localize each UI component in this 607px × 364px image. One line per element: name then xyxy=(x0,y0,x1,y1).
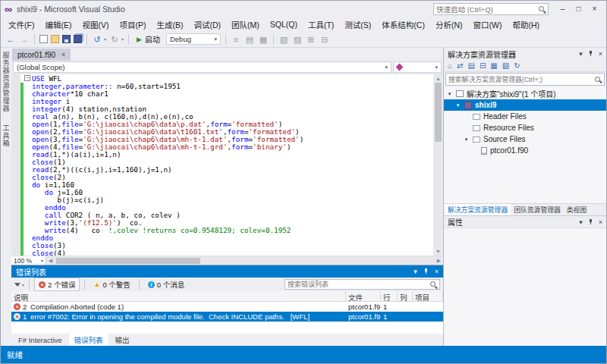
pin-icon[interactable] xyxy=(588,219,593,225)
collapse-all-icon[interactable]: ⊟ xyxy=(480,61,486,71)
panel-tab[interactable]: 输出 xyxy=(110,334,135,346)
code-line[interactable]: read(1,*)(a(i),i=1,n) xyxy=(11,151,433,158)
menu-item[interactable]: 工具(T) xyxy=(303,17,339,32)
zoom-control[interactable]: 100 % ▾ xyxy=(11,256,46,265)
filter-icon[interactable] xyxy=(14,283,20,287)
switch-views-icon[interactable]: ⇄ xyxy=(457,61,463,71)
breakpoint-margin[interactable] xyxy=(11,166,20,174)
breakpoint-margin[interactable] xyxy=(11,105,20,113)
breakpoint-margin[interactable] xyxy=(11,75,20,83)
breakpoint-margin[interactable] xyxy=(11,242,20,249)
close-icon[interactable]: × xyxy=(599,218,602,226)
breakpoint-margin[interactable] xyxy=(11,189,20,196)
side-tab[interactable]: 服务器资源管理器 xyxy=(2,52,11,112)
column-header[interactable]: 行 xyxy=(381,291,398,301)
maximize-button[interactable]: □ xyxy=(571,3,587,15)
breakpoint-margin[interactable] xyxy=(11,219,20,227)
filter-dropdown-icon[interactable]: ▾ xyxy=(22,282,24,287)
show-all-files-icon[interactable]: ▦ xyxy=(490,61,497,71)
warnings-filter-button[interactable]: ▲ 0 个警告 xyxy=(90,278,134,290)
breakpoint-margin[interactable] xyxy=(11,90,20,98)
outdent-icon[interactable]: ⊟ xyxy=(319,34,330,45)
breakpoint-commands-icon[interactable]: ▤ xyxy=(244,34,255,45)
scroll-right-icon[interactable]: ▶ xyxy=(435,258,443,264)
new-file-icon[interactable] xyxy=(39,35,48,43)
breakpoint-margin[interactable] xyxy=(11,143,20,151)
error-list-search-input[interactable] xyxy=(288,281,427,288)
tree-expander-icon[interactable]: ▾ xyxy=(463,136,470,143)
solution-explorer-titlebar[interactable]: 解决方案资源管理器 ▾ × xyxy=(444,48,606,60)
breakpoint-margin[interactable] xyxy=(11,158,20,166)
error-list-search-box[interactable] xyxy=(285,279,440,290)
errors-filter-button[interactable]: × 2 个错误 xyxy=(34,278,80,291)
tree-item[interactable]: Header Files xyxy=(444,111,606,122)
navigate-back-icon[interactable]: ← xyxy=(5,34,16,45)
breakpoint-margin[interactable] xyxy=(11,151,20,158)
undo-dropdown-icon[interactable]: ▾ xyxy=(104,36,106,42)
redo-icon[interactable]: ↻ xyxy=(109,34,120,45)
breakpoint-margin[interactable] xyxy=(11,196,20,204)
menu-item[interactable]: 编辑(E) xyxy=(39,17,77,32)
menu-item[interactable]: 测试(S) xyxy=(339,17,376,32)
menu-item[interactable]: 文件(F) xyxy=(3,17,39,32)
tree-expander-icon[interactable]: ▾ xyxy=(454,102,461,108)
scroll-left-icon[interactable]: ◀ xyxy=(46,258,55,264)
minimize-button[interactable]: – xyxy=(555,3,571,15)
column-header[interactable]: 列 xyxy=(398,291,413,301)
side-tab[interactable]: 工具箱 xyxy=(2,124,11,147)
breakpoint-margin[interactable] xyxy=(11,181,20,189)
start-debug-button[interactable]: ▶ 启动 xyxy=(134,33,163,46)
column-header[interactable]: 项目 xyxy=(413,291,443,301)
breakpoint-margin[interactable] xyxy=(11,113,20,121)
panel-tab[interactable]: F# Interactive xyxy=(13,335,68,345)
pin-icon[interactable] xyxy=(588,51,593,57)
tree-expander-icon[interactable]: ▾ xyxy=(446,91,453,97)
document-tab-ptcor01[interactable]: ptcor01.f90 × xyxy=(12,49,71,61)
close-icon[interactable]: × xyxy=(435,268,439,275)
error-row[interactable]: ×1error #7002: Error in opening the comp… xyxy=(11,312,443,322)
code-line[interactable]: character*10 char1 xyxy=(11,90,433,98)
menu-item[interactable]: SQL(Q) xyxy=(265,18,303,30)
messages-filter-button[interactable]: i 0 个消息 xyxy=(144,278,188,290)
breakpoint-margin[interactable] xyxy=(11,204,20,212)
menu-item[interactable]: 分析(N) xyxy=(430,17,468,32)
save-all-icon[interactable] xyxy=(74,35,82,43)
open-file-icon[interactable] xyxy=(51,35,59,43)
breakpoint-margin[interactable] xyxy=(11,174,20,181)
collapse-region-icon[interactable]: − xyxy=(24,75,30,81)
menu-item[interactable]: 调试(D) xyxy=(188,17,226,32)
find-in-files-icon[interactable]: ▦ xyxy=(258,34,269,45)
properties-titlebar[interactable]: 属性 ▾ × xyxy=(444,215,606,228)
menu-item[interactable]: 项目(P) xyxy=(114,17,151,32)
redo-dropdown-icon[interactable]: ▾ xyxy=(121,36,124,42)
vertical-scrollbar[interactable]: ▲ ▼ xyxy=(433,74,443,256)
column-header[interactable]: 文件 xyxy=(346,291,381,301)
indent-icon[interactable]: ⊞ xyxy=(306,34,316,45)
close-icon[interactable]: × xyxy=(599,50,602,58)
code-lines[interactable]: −USE WFLinteger,parameter:: n=60,start=1… xyxy=(11,74,433,256)
breakpoint-margin[interactable] xyxy=(11,227,20,234)
breakpoint-margin[interactable] xyxy=(11,128,20,136)
column-header[interactable]: 说明 xyxy=(11,291,346,301)
panel-tab[interactable]: 类视图 xyxy=(564,204,590,215)
properties-icon[interactable]: ▧ xyxy=(502,61,509,71)
breakpoint-margin[interactable] xyxy=(11,136,20,143)
code-line[interactable]: read(2,*)((c(i,j),i=1,160),j=1,n) xyxy=(11,166,433,174)
menu-item[interactable]: 生成(B) xyxy=(151,17,188,32)
horizontal-scrollbar-thumb[interactable] xyxy=(56,258,200,264)
breakpoint-margin[interactable] xyxy=(11,121,20,128)
comment-icon[interactable]: ▧ xyxy=(278,34,289,45)
tree-item[interactable]: ptcor01.f90 xyxy=(444,145,606,156)
breakpoint-margin[interactable] xyxy=(11,83,20,90)
solution-explorer-search-input[interactable] xyxy=(448,76,593,83)
menu-item[interactable]: 体系结构(C) xyxy=(376,17,430,32)
code-line[interactable]: close(3) xyxy=(11,242,433,249)
tree-item[interactable]: ▾解决方案"shixi9"(1 个项目) xyxy=(444,88,606,99)
window-position-icon[interactable]: ▾ xyxy=(414,268,417,275)
save-icon[interactable] xyxy=(62,35,71,43)
panel-tab[interactable]: 错误列表 xyxy=(69,334,109,346)
error-row[interactable]: ×2Compilation Aborted (code 1)ptcor01.f9… xyxy=(11,302,443,312)
pin-icon[interactable] xyxy=(423,268,429,275)
navigate-forward-icon[interactable]: → xyxy=(19,34,30,45)
tree-item[interactable]: ▾shixi9 xyxy=(444,99,606,111)
